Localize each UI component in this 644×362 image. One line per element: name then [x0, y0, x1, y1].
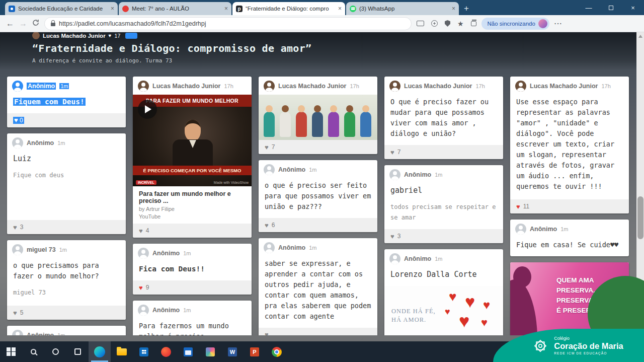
board-author-row[interactable]: Lucas Machado Junior ♥ 17: [32, 32, 644, 39]
like-bar[interactable]: ♥: [259, 328, 377, 335]
people-holding-hands-image[interactable]: [259, 95, 377, 140]
post-card-partial-image[interactable]: Anônimo 1m Lorenzo Dalla Corte ONDE HÁ F…: [384, 249, 503, 335]
post-card-selected[interactable]: Anônimo 1m Fiquem com Deus! ♥ 0: [7, 77, 126, 127]
like-bar[interactable]: ♥ 5: [7, 306, 126, 320]
video-info[interactable]: Para fazer um mundo melhor e preciso ...…: [133, 186, 252, 224]
tab-close-icon[interactable]: ×: [452, 6, 455, 12]
taskbar-photos-button[interactable]: [199, 341, 221, 362]
like-bar[interactable]: ♥ 3: [7, 220, 126, 234]
url-field[interactable]: https://padlet.com/lucasmachado9/fclh7d2…: [44, 17, 412, 30]
mail-app-icon: [161, 347, 171, 357]
tab-whatsapp[interactable]: ☎ (3) WhatsApp ×: [346, 2, 459, 15]
heart-icon[interactable]: ♥: [14, 116, 18, 124]
back-icon[interactable]: ←: [6, 20, 14, 28]
like-bar[interactable]: ♥ 9: [133, 280, 252, 295]
taskbar-chrome-button[interactable]: [266, 341, 288, 362]
like-bar[interactable]: ♥ 7: [384, 145, 503, 159]
close-button[interactable]: ×: [622, 0, 644, 15]
school-logo-icon: [532, 337, 549, 354]
video-watermark: Made with VideoShow: [214, 181, 249, 184]
taskbar-mail-button[interactable]: [155, 341, 177, 362]
collections-icon[interactable]: [471, 21, 476, 26]
hearts-image[interactable]: ONDE HÁ FÉ, HÁ AMOR. ♥ ♥ ♥ ♥ ♥ ♥: [384, 286, 503, 335]
heart-icon[interactable]: ♥: [265, 144, 269, 151]
heart-icon-liked[interactable]: ♥: [516, 203, 520, 210]
like-bar[interactable]: ♥ 7: [259, 140, 377, 154]
tab-sociedade[interactable]: Sociedade Educação e Caridade ×: [5, 2, 118, 15]
add-collections-icon[interactable]: [431, 20, 438, 27]
post-card[interactable]: Lucas Machado Junior 17h Use esse espaço…: [510, 77, 629, 213]
video-title: Para fazer um mundo melhor e preciso ...: [139, 190, 246, 204]
video-thumbnail[interactable]: PARA FAZER UM MUNDO MELHOR É PRECISO COM…: [133, 95, 252, 186]
school-network: REDE ICM DE EDUCAÇÃO: [554, 351, 623, 355]
post-card[interactable]: Anônimo 1m o que é preciso ser feito par…: [259, 160, 377, 232]
like-bar[interactable]: ♥ 11: [510, 199, 629, 213]
tab-meet[interactable]: Meet: 7° ano - AULÃO ×: [119, 2, 231, 15]
post-card[interactable]: miguel 73 1m o que precisamos para fazer…: [7, 240, 126, 320]
post-card[interactable]: Anônimo 1m Luiz Fique com deus ♥ 3: [7, 133, 126, 234]
favorites-star-icon[interactable]: ★: [457, 20, 464, 27]
start-button[interactable]: [0, 341, 22, 362]
like-bar[interactable]: ♥ 3: [384, 229, 503, 243]
tab-title: Sociedade Educação e Caridade: [18, 6, 108, 12]
post-card[interactable]: Anônimo 1m Fica com Deus!! ♥ 9: [133, 244, 252, 295]
post-time: 1m: [57, 332, 65, 335]
media-controls-icon[interactable]: [417, 21, 424, 26]
post-card-partial[interactable]: Anônimo 1m Para fazermos um mundo melhor…: [133, 301, 252, 335]
tab-close-icon[interactable]: ×: [338, 6, 342, 12]
tab-close-icon[interactable]: ×: [111, 6, 114, 12]
school-name: Coração de Maria: [554, 341, 623, 350]
browser-menu-icon[interactable]: ···: [554, 20, 562, 27]
taskbar-calendar-button[interactable]: [177, 341, 199, 362]
like-bar[interactable]: ♥ 6: [259, 218, 377, 232]
heart-icon[interactable]: ♥: [13, 310, 17, 316]
post-card-partial[interactable]: Anônimo 1m saber se expressar, e aprende…: [259, 238, 377, 335]
scroll-up-icon[interactable]: [638, 35, 642, 38]
heart-icon[interactable]: ♥: [390, 149, 394, 156]
new-tab-button[interactable]: +: [460, 2, 473, 15]
post-text: Fica com Deus!!: [133, 262, 252, 280]
play-button-icon[interactable]: [138, 100, 157, 119]
screen: Sociedade Educação e Caridade × Meet: 7°…: [0, 0, 644, 362]
forward-icon[interactable]: →: [19, 20, 27, 28]
heart-icon[interactable]: ♥: [265, 222, 269, 229]
post-card[interactable]: Anônimo 1m Fique em casa! Se cuide♥♥: [510, 220, 629, 256]
heart-icon[interactable]: ♥: [265, 331, 269, 335]
profile-button[interactable]: Não sincronizando: [481, 18, 549, 30]
post-card[interactable]: Anônimo 1m gabriel todos precisam se res…: [384, 165, 503, 243]
like-bar[interactable]: ♥ 4: [133, 224, 252, 238]
board-action-chip[interactable]: [125, 33, 137, 39]
avatar: [138, 81, 149, 92]
heart-icon[interactable]: ♥: [13, 224, 17, 231]
heart-icon-liked[interactable]: ♥: [139, 284, 143, 291]
taskbar-search-button[interactable]: [22, 341, 44, 362]
task-view-button[interactable]: [66, 341, 89, 362]
video-banner-bottom: É PRECISO COMEÇAR POR VOCÊ MESMO: [133, 166, 252, 175]
heart-icon[interactable]: ♥: [390, 233, 394, 240]
board-subtitle: A diferença é convite ao diálogo. Turma …: [32, 57, 644, 64]
post-card[interactable]: Lucas Machado Junior 17h O que é preciso…: [384, 77, 503, 159]
post-time: 1m: [560, 226, 568, 232]
tracking-shield-icon[interactable]: [445, 20, 450, 27]
post-author: Lucas Machado Junior: [404, 83, 472, 90]
post-card-video[interactable]: Lucas Machado Junior 17h PARA FAZER UM M…: [133, 77, 252, 238]
refresh-icon[interactable]: [32, 19, 39, 28]
taskbar-word-button[interactable]: W: [221, 341, 244, 362]
taskbar-edge-button[interactable]: [89, 341, 111, 362]
post-card-partial[interactable]: Anônimo 1m: [7, 326, 126, 335]
taskbar-powerpoint-button[interactable]: P: [244, 341, 266, 362]
maximize-button[interactable]: [600, 0, 622, 15]
tab-title: “Fraternidade e Diálogo: compro: [246, 6, 335, 12]
taskbar-file-explorer-button[interactable]: [111, 341, 133, 362]
folder-icon: [117, 348, 127, 355]
tab-close-icon[interactable]: ×: [224, 6, 228, 12]
post-text: O que é preciso fazer ou mudar para que …: [384, 95, 503, 145]
cortana-button[interactable]: [44, 341, 66, 362]
scrollbar-thumb[interactable]: [637, 196, 643, 239]
post-card-image[interactable]: Lucas Machado Junior 17h ♥ 7: [259, 77, 377, 154]
like-bar[interactable]: ♥ 0: [7, 113, 126, 127]
tab-padlet-active[interactable]: p “Fraternidade e Diálogo: compro ×: [232, 2, 345, 15]
heart-icon[interactable]: ♥: [139, 228, 143, 234]
taskbar-store-button[interactable]: [133, 341, 155, 362]
minimize-button[interactable]: —: [578, 0, 600, 15]
